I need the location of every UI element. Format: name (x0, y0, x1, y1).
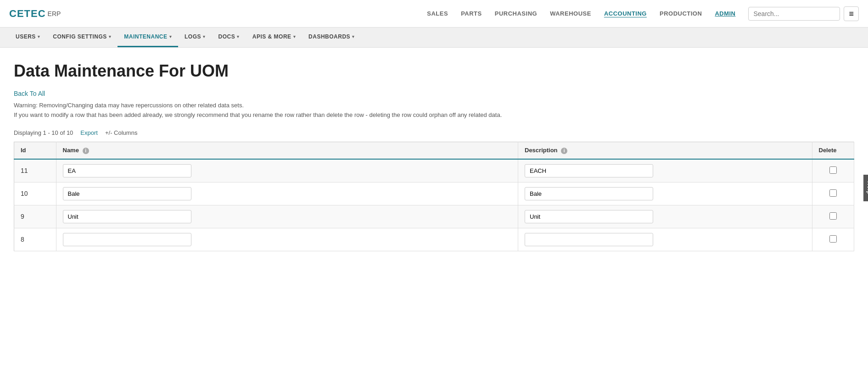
row1-name-cell (56, 159, 518, 182)
row4-delete-cell (812, 228, 854, 251)
table-row: 11 (14, 159, 854, 182)
table-row: 8 (14, 228, 854, 251)
col-desc-label: Description (525, 147, 558, 154)
nav-purchasing[interactable]: PURCHASING (495, 10, 537, 17)
col-desc-info-icon[interactable]: i (561, 148, 567, 154)
subnav-docs-arrow: ▾ (237, 34, 240, 39)
main-content: Data Maintenance For UOM Back To All War… (0, 48, 868, 265)
subnav-logs-label: LOGS (185, 33, 201, 40)
subnav-apis-label: APIS & MORE (252, 33, 291, 40)
row2-desc-input[interactable] (525, 187, 653, 200)
row4-name-cell (56, 228, 518, 251)
row1-delete-checkbox[interactable] (829, 166, 837, 174)
export-link[interactable]: Export (80, 129, 98, 136)
menu-button[interactable]: ≡ (844, 6, 859, 21)
search-input[interactable] (748, 7, 840, 21)
subnav-config-settings[interactable]: CONFIG SETTINGS ▾ (46, 28, 118, 47)
top-nav-links: SALES PARTS PURCHASING WAREHOUSE ACCOUNT… (427, 10, 735, 17)
top-nav-right: ≡ (748, 6, 859, 21)
subnav-logs[interactable]: LOGS ▾ (178, 28, 212, 47)
table-header-row: Id Name i Description i Delete (14, 142, 854, 159)
table-row: 9 (14, 205, 854, 228)
logo-erp: ERP (48, 10, 61, 17)
back-to-all-link[interactable]: Back To All (14, 90, 45, 97)
row2-delete-cell (812, 182, 854, 205)
row3-desc-cell (518, 205, 812, 228)
subnav-users[interactable]: USERS ▾ (9, 28, 46, 47)
subnav-maintenance-label: MAINTENANCE (124, 33, 167, 40)
subnav-apis-arrow: ▾ (293, 34, 296, 39)
row1-name-input[interactable] (63, 164, 191, 177)
subnav-docs-label: DOCS (218, 33, 235, 40)
row4-delete-checkbox[interactable] (829, 235, 837, 243)
row4-id: 8 (14, 228, 56, 251)
data-table: Id Name i Description i Delete 11 (14, 142, 854, 251)
col-name-info-icon[interactable]: i (83, 148, 89, 154)
nav-parts[interactable]: PARTS (461, 10, 482, 17)
logo-text: CETEC (9, 8, 46, 20)
subnav-apis-more[interactable]: APIS & MORE ▾ (246, 28, 302, 47)
subnav-docs[interactable]: DOCS ▾ (212, 28, 246, 47)
row2-name-cell (56, 182, 518, 205)
col-header-id: Id (14, 142, 56, 159)
table-row: 10 (14, 182, 854, 205)
nav-sales[interactable]: SALES (427, 10, 448, 17)
row3-delete-cell (812, 205, 854, 228)
nav-admin[interactable]: ADMIN (715, 10, 735, 17)
row4-name-input[interactable] (63, 233, 191, 246)
row3-desc-input[interactable] (525, 210, 653, 223)
subnav-users-arrow: ▾ (38, 34, 40, 39)
subnav-dashboards[interactable]: DASHBOARDS ▾ (302, 28, 361, 47)
subnav-dashboards-arrow: ▾ (352, 34, 355, 39)
row2-desc-cell (518, 182, 812, 205)
subnav-users-label: USERS (16, 33, 36, 40)
warning-line1: Warning: Removing/Changing data may have… (14, 101, 854, 111)
col-name-label: Name (63, 147, 79, 154)
nav-warehouse[interactable]: WAREHOUSE (550, 10, 591, 17)
row1-delete-cell (812, 159, 854, 182)
page-title: Data Maintenance For UOM (14, 61, 854, 81)
row3-name-input[interactable] (63, 210, 191, 223)
warning-line2: If you want to modify a row that has bee… (14, 111, 854, 120)
row4-desc-input[interactable] (525, 233, 653, 246)
top-navigation: CETEC ERP SALES PARTS PURCHASING WAREHOU… (0, 0, 868, 28)
row3-id: 9 (14, 205, 56, 228)
table-controls: Displaying 1 - 10 of 10 Export +/- Colum… (14, 129, 854, 136)
logo[interactable]: CETEC ERP (9, 8, 61, 20)
col-header-description[interactable]: Description i (518, 142, 812, 159)
row1-desc-input[interactable] (525, 164, 653, 177)
subnav-dashboards-label: DASHBOARDS (308, 33, 350, 40)
subnav-config-label: CONFIG SETTINGS (53, 33, 107, 40)
display-info: Displaying 1 - 10 of 10 (14, 129, 73, 136)
warning-text: Warning: Removing/Changing data may have… (14, 101, 854, 120)
help-tab[interactable]: Help (863, 175, 868, 201)
columns-link[interactable]: +/- Columns (105, 129, 137, 136)
col-header-delete: Delete (812, 142, 854, 159)
row2-delete-checkbox[interactable] (829, 189, 837, 197)
nav-production[interactable]: PRODUCTION (660, 10, 702, 17)
col-delete-label: Delete (819, 147, 837, 154)
col-id-label: Id (21, 147, 26, 154)
row2-id: 10 (14, 182, 56, 205)
row1-id: 11 (14, 159, 56, 182)
subnav-maintenance-arrow: ▾ (169, 34, 172, 39)
sub-navigation: USERS ▾ CONFIG SETTINGS ▾ MAINTENANCE ▾ … (0, 28, 868, 48)
nav-accounting[interactable]: ACCOUNTING (604, 10, 647, 17)
subnav-logs-arrow: ▾ (203, 34, 206, 39)
subnav-config-arrow: ▾ (109, 34, 112, 39)
row2-name-input[interactable] (63, 187, 191, 200)
col-header-name[interactable]: Name i (56, 142, 518, 159)
row1-desc-cell (518, 159, 812, 182)
row3-delete-checkbox[interactable] (829, 212, 837, 220)
subnav-maintenance[interactable]: MAINTENANCE ▾ (118, 28, 178, 47)
row3-name-cell (56, 205, 518, 228)
row4-desc-cell (518, 228, 812, 251)
